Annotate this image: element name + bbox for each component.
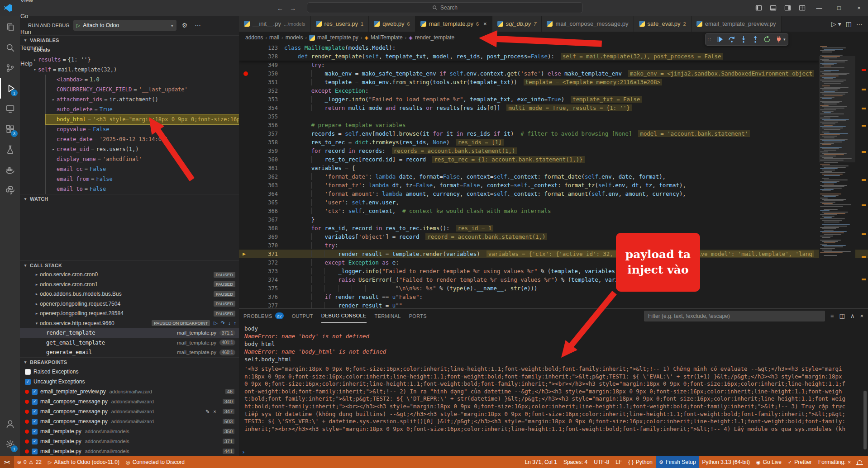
gutter-377[interactable]: 377 (239, 303, 284, 309)
toggle-panel-icon[interactable] (767, 2, 779, 14)
variables-section-header[interactable]: ▾ VARIABLES (20, 35, 239, 45)
prettier-status[interactable]: ✓ Prettier (785, 456, 815, 468)
forward-icon[interactable]: → (290, 5, 296, 12)
command-search-input[interactable]: Search (307, 2, 583, 13)
breakpoint-checkbox[interactable] (25, 369, 31, 375)
variable-row-copyvalue[interactable]: copyvalue=False (46, 124, 239, 134)
tab-res_userspy[interactable]: res_users.py1 (311, 16, 369, 32)
more-actions-icon[interactable]: ⋯ (856, 20, 863, 28)
tab-__init__py[interactable]: __init__.py...\models (239, 16, 311, 32)
stack-frame-generate_email[interactable]: generate_emailmail_template.py460:1 (20, 348, 239, 358)
variable-row-body_html[interactable]: body_html='<h3 style="margin:18px 0 9px … (46, 114, 239, 124)
variable-row-attachment_ids[interactable]: ▸attachment_ids=ir.attachment() (46, 95, 239, 104)
gutter-351[interactable]: 351 (239, 79, 284, 85)
call-stack-thread[interactable]: ▸openerp.longpolling.request.7504PAUSED (20, 299, 239, 309)
gutter-376[interactable]: 376 (239, 294, 284, 300)
code-line-328[interactable]: 328 def render_template(self, template_t… (239, 52, 819, 61)
gutter-372[interactable]: 372 (239, 260, 284, 266)
code-line-361[interactable]: 361 variables = { (239, 164, 868, 172)
code-line-364[interactable]: 364 'format_amount': lambda amount, curr… (239, 189, 868, 198)
code-line-371[interactable]: ▶371 render_result = template.render(var… (239, 250, 868, 258)
panel-tab-ports[interactable]: PORTS (409, 309, 427, 323)
gutter-374[interactable]: 374 (239, 277, 284, 283)
back-icon[interactable]: ← (277, 5, 283, 12)
tab-sql_dbpy[interactable]: sql_db.py7 (492, 16, 542, 32)
gutter-373[interactable]: 373 (239, 268, 284, 274)
breakpoint-checkbox[interactable]: ✓ (32, 439, 38, 444)
gutter-358[interactable]: 358 (239, 139, 284, 146)
launch-config-dropdown[interactable]: ▷ Attach to Odoo ▾ (73, 20, 176, 31)
gutter-365[interactable]: 365 (239, 199, 284, 206)
breadcrumb-item-mail_templatepy[interactable]: mail_template.py (317, 34, 358, 41)
call-stack-thread[interactable]: ▸odoo.service.cron.cron0PAUSED (20, 270, 239, 280)
code-line-376[interactable]: 376 if render_result == u"False": (239, 293, 868, 301)
variable-row-display_name[interactable]: display_name='anhcdfinal' (46, 154, 239, 164)
gutter-356[interactable]: 356 (239, 122, 284, 128)
code-line-358[interactable]: 358 res_to_rec = dict.fromkeys(res_ids, … (239, 138, 868, 147)
variable-row-email_cc[interactable]: email_cc=False (46, 164, 239, 174)
code-line-351[interactable]: 351 template = mako_env.from_string(tool… (239, 78, 868, 86)
breakpoint-checkbox[interactable]: ✓ (32, 389, 38, 395)
language-mode[interactable]: { } Python (625, 456, 656, 468)
gutter-359[interactable]: 359 (239, 148, 284, 154)
cursor-position[interactable]: Ln 371, Col 1 (522, 456, 560, 468)
finish-setup-button[interactable]: ⚙ Finish Setup (656, 456, 699, 468)
activity-item-settings[interactable]: 1 (0, 434, 20, 454)
python-interpreter[interactable]: Python 3.13 (64-bit) (699, 456, 753, 468)
gutter-352[interactable]: 352 (239, 88, 284, 94)
gutter-366[interactable]: 366 (239, 208, 284, 214)
variable-row-CONCURRENCY_CHECK_FIELD[interactable]: CONCURRENCY_CHECK_FIELD='__last_update' (46, 85, 239, 95)
debug-console-output[interactable]: bodyNameError: name 'body' is not define… (239, 323, 868, 456)
code-line-353[interactable]: 353 _logger.info("Failed to load templat… (239, 95, 868, 104)
code-line-369[interactable]: 369 variables['object'] = recordrecord =… (239, 232, 868, 241)
discord-status[interactable]: ◎ Connected to Discord (123, 456, 188, 468)
variable-row-email_from[interactable]: email_from=False (46, 174, 239, 184)
activity-item-account[interactable] (0, 414, 20, 434)
breakpoints-section-header[interactable]: ▾ BREAKPOINTS (20, 357, 239, 367)
panel-tab-debug-console[interactable]: DEBUG CONSOLE (321, 309, 367, 323)
panel-tab-output[interactable]: OUTPUT (292, 309, 313, 323)
breakpoint-row[interactable]: ✓mail_compose_message.pyaddons\mail\wiza… (20, 416, 239, 426)
customize-layout-icon[interactable] (752, 2, 765, 14)
step-out-icon[interactable] (750, 34, 760, 45)
tab-email_template_previewpy[interactable]: email_template_preview.py (692, 16, 782, 32)
step-out-icon[interactable]: ↑ (234, 320, 237, 326)
continue-icon[interactable] (715, 34, 725, 45)
gutter-360[interactable]: 360 (239, 156, 284, 163)
maximize-panel-icon[interactable]: ∧ (850, 312, 855, 319)
code-line-368[interactable]: 368 for res_id, record in res_to_rec.ite… (239, 224, 868, 232)
gutter-371[interactable]: ▶371 (239, 251, 284, 257)
breakpoint-row[interactable]: ✓mail_template.pyaddons\mail\models441 (20, 446, 239, 456)
code-line-360[interactable]: 360 res_to_rec[record.id] = recordres_to… (239, 155, 868, 164)
split-editor-icon[interactable]: ◫ (846, 20, 852, 28)
code-line-372[interactable]: 372 except Exception as e: (239, 258, 868, 267)
formatting-status[interactable]: Formatting: × (815, 456, 854, 468)
close-tab-icon[interactable]: × (483, 20, 487, 27)
code-line-349[interactable]: 349 try: (239, 61, 868, 69)
breakpoint-row[interactable]: ✓mail_template.pyaddons\mail\models371 (20, 436, 239, 446)
code-line-374[interactable]: 374 raise UserError(_("Failed to render … (239, 275, 868, 284)
eol[interactable]: LF (612, 456, 625, 468)
activity-item-extensions[interactable]: 3 (0, 119, 20, 139)
gutter-362[interactable]: 362 (239, 174, 284, 180)
gutter-354[interactable]: 354 (239, 105, 284, 111)
layout-grid-icon[interactable] (796, 2, 808, 14)
breakpoint-row[interactable]: ✓Uncaught Exceptions (20, 377, 239, 387)
activity-item-explorer[interactable] (0, 17, 20, 38)
code-editor[interactable]: 123class MailTemplate(models.Model):328 … (239, 43, 868, 308)
breakpoint-row[interactable]: ✓mail_compose_message.pyaddons\mail\wiza… (20, 407, 239, 416)
panel-tab-terminal[interactable]: TERMINAL (375, 309, 401, 323)
restart-icon[interactable] (762, 34, 772, 45)
variable-row-auto_delete[interactable]: auto_delete=True (46, 104, 239, 114)
variable-row-results[interactable]: ▸results={1: ''} (20, 55, 239, 65)
stack-frame-render_template[interactable]: render_templatemail_template.py371:1 (20, 328, 239, 338)
code-line-362[interactable]: 362 'format_date': lambda date, format=F… (239, 172, 868, 181)
activity-item-python[interactable] (0, 180, 20, 200)
breakpoint-checkbox[interactable]: ✓ (32, 409, 38, 415)
gutter-370[interactable]: 370 (239, 242, 284, 249)
breakpoint-checkbox[interactable]: ✓ (32, 429, 38, 435)
code-line-357[interactable]: 357 records = self.env[model].browse(it … (239, 129, 868, 138)
close-button[interactable]: × (850, 0, 868, 16)
breadcrumb-item-addons[interactable]: addons (245, 34, 263, 41)
remote-indicator[interactable]: >< (0, 456, 14, 468)
